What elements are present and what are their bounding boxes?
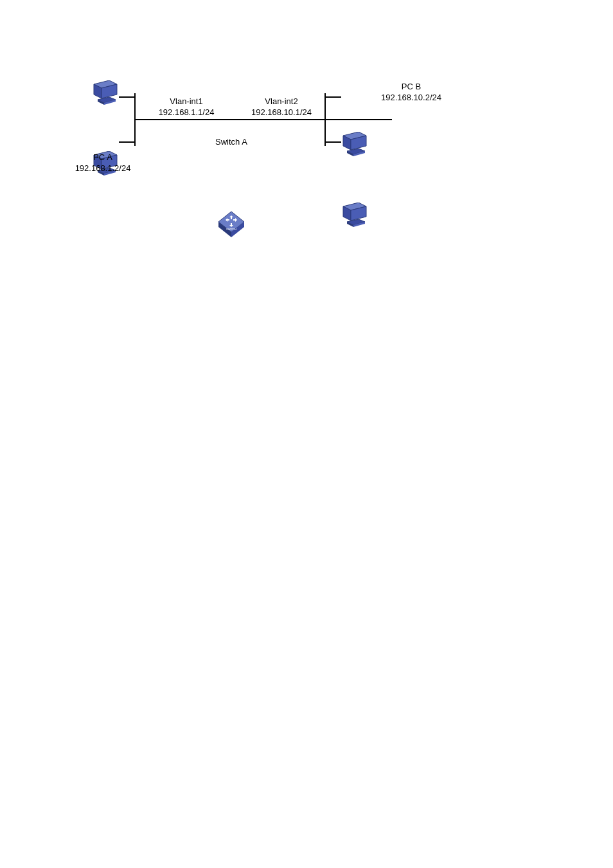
vlan2-ip: 192.168.10.1/24 bbox=[243, 107, 320, 118]
pc-a-ip: 192.168.1.2/24 bbox=[71, 163, 135, 174]
pc-left-upper bbox=[90, 80, 121, 106]
vlan1-label: Vlan-int1 192.168.1.1/24 bbox=[148, 96, 225, 118]
right-upper-connector bbox=[325, 96, 341, 98]
left-upper-connector bbox=[119, 96, 135, 98]
pc-right-lower bbox=[339, 203, 370, 228]
right-bus bbox=[324, 93, 326, 146]
left-bus bbox=[134, 93, 136, 146]
trunk-line bbox=[135, 119, 392, 120]
switch-name: Switch A bbox=[215, 137, 247, 147]
pc-a-name: PC A bbox=[71, 152, 135, 163]
pc-b-label: PC B 192.168.10.2/24 bbox=[373, 82, 450, 104]
pc-b bbox=[339, 132, 370, 158]
left-lower-connector bbox=[119, 141, 135, 143]
vlan2-label: Vlan-int2 192.168.10.1/24 bbox=[243, 96, 320, 118]
pc-b-ip: 192.168.10.2/24 bbox=[373, 93, 450, 104]
pc-b-name: PC B bbox=[373, 82, 450, 93]
vlan1-ip: 192.168.1.1/24 bbox=[148, 107, 225, 118]
pc-a-label: PC A 192.168.1.2/24 bbox=[71, 152, 135, 174]
vlan2-name: Vlan-int2 bbox=[243, 96, 320, 107]
vlan1-name: Vlan-int1 bbox=[148, 96, 225, 107]
network-diagram: SWITCH PC A 192.168.1.2/24 PC B 192.168.… bbox=[84, 74, 533, 203]
svg-text:SWITCH: SWITCH bbox=[226, 228, 236, 231]
switch-a: SWITCH bbox=[217, 210, 245, 239]
switch-label: Switch A bbox=[199, 137, 263, 148]
